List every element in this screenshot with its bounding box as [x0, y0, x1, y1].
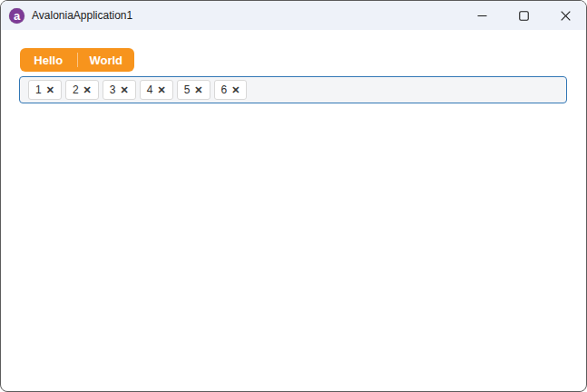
titlebar[interactable]: a AvaloniaApplication1: [1, 1, 586, 30]
chip-label: 6: [221, 83, 228, 96]
caption-buttons: [461, 1, 586, 30]
close-icon: [561, 11, 571, 21]
chip-remove-icon[interactable]: ✕: [46, 85, 54, 95]
chip-item: 5 ✕: [177, 80, 210, 100]
maximize-icon: [519, 11, 529, 21]
minimize-icon: [477, 11, 487, 21]
chip-remove-icon[interactable]: ✕: [157, 85, 165, 95]
chip-remove-icon[interactable]: ✕: [231, 85, 240, 95]
chip-item: 4 ✕: [140, 80, 173, 100]
hello-world-split-button: Hello World: [20, 48, 134, 72]
window-title: AvaloniaApplication1: [32, 9, 132, 22]
chip-label: 2: [73, 83, 79, 96]
chip-item: 3 ✕: [103, 80, 136, 100]
close-button[interactable]: [544, 1, 586, 30]
chip-label: 5: [184, 83, 191, 96]
chip-remove-icon[interactable]: ✕: [194, 85, 202, 95]
hello-button[interactable]: Hello: [20, 48, 77, 72]
maximize-button[interactable]: [503, 1, 544, 30]
chip-item: 6 ✕: [214, 80, 248, 100]
chip-remove-icon[interactable]: ✕: [121, 85, 129, 95]
avalonia-logo-icon: a: [9, 8, 24, 24]
chip-label: 1: [35, 83, 42, 96]
app-window: a AvaloniaApplication1 He: [0, 0, 587, 392]
content-area: Hello World 1 ✕ 2 ✕ 3 ✕ 4 ✕ 5: [1, 48, 586, 103]
chip-label: 4: [147, 83, 153, 96]
minimize-button[interactable]: [461, 1, 503, 30]
chip-item: 2 ✕: [65, 80, 99, 100]
world-button[interactable]: World: [78, 48, 135, 72]
chip-item: 1 ✕: [28, 80, 62, 100]
chips-input-box[interactable]: 1 ✕ 2 ✕ 3 ✕ 4 ✕ 5 ✕ 6 ✕: [19, 76, 567, 103]
chip-label: 3: [110, 83, 116, 96]
chip-remove-icon[interactable]: ✕: [83, 85, 92, 95]
